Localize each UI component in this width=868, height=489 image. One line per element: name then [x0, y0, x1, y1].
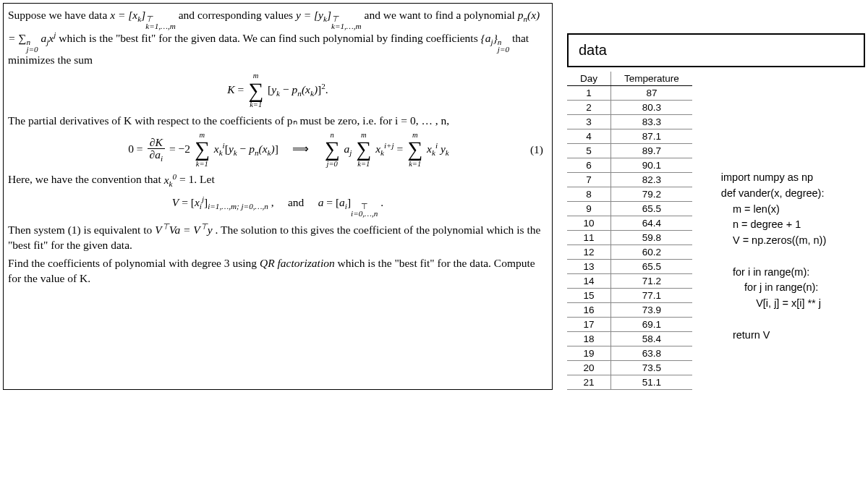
- table-row: 2073.5: [567, 361, 692, 375]
- math-xk0: xk0: [164, 174, 176, 186]
- cell-day: 9: [567, 202, 611, 216]
- cell-temp: 59.8: [611, 231, 692, 245]
- text: and we want to find a polynomial: [365, 9, 518, 21]
- equation-1: 0 = ∂K∂ai = −2 m∑k=1 xki[yk − pn(xk)] ⟹ …: [8, 132, 548, 169]
- cell-temp: 60.2: [611, 245, 692, 260]
- cell-day: 10: [567, 216, 611, 231]
- data-title-box: data: [567, 33, 865, 67]
- math-y-data: y = [yk]⊤k=1,…,m: [296, 9, 362, 21]
- partial-deriv-text: The partial derivatives of K with respec…: [8, 114, 548, 129]
- cell-day: 17: [567, 318, 611, 332]
- text: which is the "best fit" for the given da…: [59, 32, 480, 44]
- cell-day: 13: [567, 260, 611, 274]
- text: Then system (1) is equivalent to: [8, 224, 155, 236]
- cell-temp: 87: [611, 86, 692, 101]
- table-row: 1064.4: [567, 216, 692, 231]
- cell-temp: 69.1: [611, 318, 692, 332]
- cell-temp: 71.2: [611, 274, 692, 289]
- cell-temp: 58.4: [611, 332, 692, 346]
- table-row: 589.7: [567, 144, 692, 158]
- cell-day: 19: [567, 346, 611, 361]
- right-column: data Day Temperature 187280.3383.3487.15…: [567, 33, 865, 390]
- cell-temp: 65.5: [611, 202, 692, 216]
- table-row: 487.1: [567, 129, 692, 144]
- cell-temp: 89.7: [611, 144, 692, 158]
- table-row: 782.3: [567, 173, 692, 187]
- cell-temp: 65.5: [611, 260, 692, 274]
- cell-temp: 80.3: [611, 101, 692, 115]
- data-title: data: [579, 42, 607, 58]
- table-row: 1963.8: [567, 346, 692, 361]
- cell-temp: 73.5: [611, 361, 692, 375]
- intro-paragraph: Suppose we have data x = [xk]⊤k=1,…,m an…: [8, 8, 548, 68]
- text: Find the coefficients of polynomial with…: [8, 257, 260, 269]
- header-day: Day: [567, 72, 611, 86]
- table-row: 1858.4: [567, 332, 692, 346]
- equation-number: (1): [530, 143, 543, 158]
- table-row: 879.2: [567, 187, 692, 202]
- convention-paragraph: Here, we have the convention that xk0 = …: [8, 171, 548, 189]
- system-paragraph: Then system (1) is equivalent to V⊤Va = …: [8, 221, 548, 253]
- task-paragraph: Find the coefficients of polynomial with…: [8, 256, 548, 286]
- cell-day: 2: [567, 101, 611, 115]
- table-row: 1365.5: [567, 260, 692, 274]
- and-text: and: [288, 196, 304, 208]
- table-row: 1577.1: [567, 289, 692, 303]
- cell-day: 20: [567, 361, 611, 375]
- cell-day: 1: [567, 86, 611, 101]
- problem-statement: Suppose we have data x = [xk]⊤k=1,…,m an…: [3, 3, 553, 390]
- table-row: 690.1: [567, 158, 692, 173]
- math-x-data: x = [xk]⊤k=1,…,m: [110, 9, 176, 21]
- cell-temp: 51.1: [611, 375, 692, 390]
- cell-temp: 64.4: [611, 216, 692, 231]
- cell-day: 15: [567, 289, 611, 303]
- cell-temp: 83.3: [611, 115, 692, 129]
- table-row: 1471.2: [567, 274, 692, 289]
- cell-temp: 82.3: [611, 173, 692, 187]
- cell-day: 14: [567, 274, 611, 289]
- text: = 1. Let: [179, 174, 215, 186]
- cell-day: 21: [567, 375, 611, 390]
- header-temp: Temperature: [611, 72, 692, 86]
- cell-temp: 73.9: [611, 303, 692, 318]
- text: Here, we have the convention that: [8, 174, 164, 186]
- table-row: 1673.9: [567, 303, 692, 318]
- cell-day: 7: [567, 173, 611, 187]
- cell-day: 4: [567, 129, 611, 144]
- cell-temp: 79.2: [611, 187, 692, 202]
- table-row: 383.3: [567, 115, 692, 129]
- cell-day: 11: [567, 231, 611, 245]
- table-row: 1769.1: [567, 318, 692, 332]
- cell-day: 8: [567, 187, 611, 202]
- cell-day: 5: [567, 144, 611, 158]
- table-row: 1260.2: [567, 245, 692, 260]
- cell-temp: 77.1: [611, 289, 692, 303]
- table-row: 187: [567, 86, 692, 101]
- cell-day: 6: [567, 158, 611, 173]
- text: and corresponding values: [179, 9, 296, 21]
- data-table: Day Temperature 187280.3383.3487.1589.76…: [567, 72, 692, 390]
- cell-temp: 87.1: [611, 129, 692, 144]
- code-snippet: import numpy as np def vander(x, degree)…: [721, 170, 826, 390]
- qr-text: QR factorization: [260, 257, 335, 269]
- table-row: 280.3: [567, 101, 692, 115]
- table-row: 965.5: [567, 202, 692, 216]
- cell-day: 12: [567, 245, 611, 260]
- equation-V-a: V = [xij]i=1,…,m; j=0,…,n , and a = [ai]…: [8, 194, 548, 217]
- cell-day: 3: [567, 115, 611, 129]
- table-row: 1159.8: [567, 231, 692, 245]
- cell-day: 16: [567, 303, 611, 318]
- cell-day: 18: [567, 332, 611, 346]
- text: Suppose we have data: [8, 9, 110, 21]
- cell-temp: 90.1: [611, 158, 692, 173]
- equation-K: K = m∑k=1 [yk − pn(xk)]2.: [8, 72, 548, 109]
- cell-temp: 63.8: [611, 346, 692, 361]
- math-VTVa: V⊤Va = V⊤y: [155, 224, 213, 236]
- math-coeffs: {aj}nj=0: [481, 32, 509, 44]
- table-row: 2151.1: [567, 375, 692, 390]
